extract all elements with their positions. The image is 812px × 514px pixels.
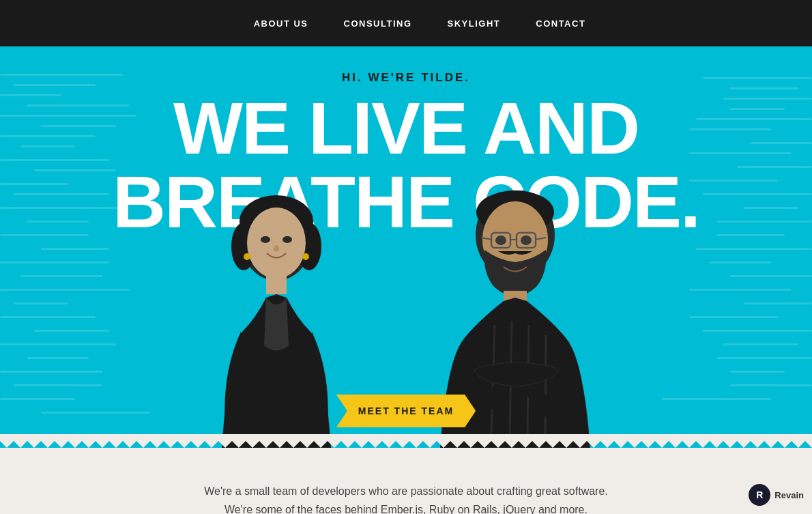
- svg-point-7: [261, 236, 270, 243]
- svg-point-8: [282, 236, 292, 243]
- revain-watermark: R Revain: [749, 484, 804, 506]
- svg-rect-10: [266, 274, 287, 294]
- nav-item-about[interactable]: ABOUT US: [250, 16, 313, 31]
- below-line2: We're some of the faces behind Ember.js,…: [224, 504, 588, 514]
- below-hero-section: We're a small team of developers who are…: [0, 448, 812, 514]
- nav-item-consulting[interactable]: CONSULTING: [340, 16, 416, 31]
- nav-item-contact[interactable]: CONTACT: [532, 16, 590, 31]
- hero-subtitle: HI. WE'RE TILDE.: [342, 71, 470, 85]
- svg-line-27: [545, 335, 546, 434]
- hero-section: HI. WE'RE TILDE. WE LIVE AND BREATHE COD…: [0, 46, 812, 448]
- revain-logo-icon: R: [749, 484, 770, 506]
- svg-point-6: [247, 208, 306, 279]
- svg-point-11: [244, 253, 250, 260]
- hero-bottom-zigzag: [0, 434, 812, 448]
- hero-headline-line1: WE LIVE AND: [173, 87, 639, 169]
- svg-point-12: [302, 253, 309, 260]
- revain-label: Revain: [774, 490, 804, 500]
- main-nav: ⟳ ABOUT US CONSULTING SKYLIGHT CONTACT: [0, 0, 812, 46]
- svg-point-21: [495, 235, 506, 245]
- svg-point-9: [274, 245, 279, 252]
- below-line1: We're a small team of developers who are…: [204, 485, 608, 497]
- meet-team-button[interactable]: MEET THE TEAM: [336, 395, 476, 427]
- svg-point-22: [521, 235, 532, 245]
- nav-item-skylight[interactable]: SKYLIGHT: [444, 16, 505, 31]
